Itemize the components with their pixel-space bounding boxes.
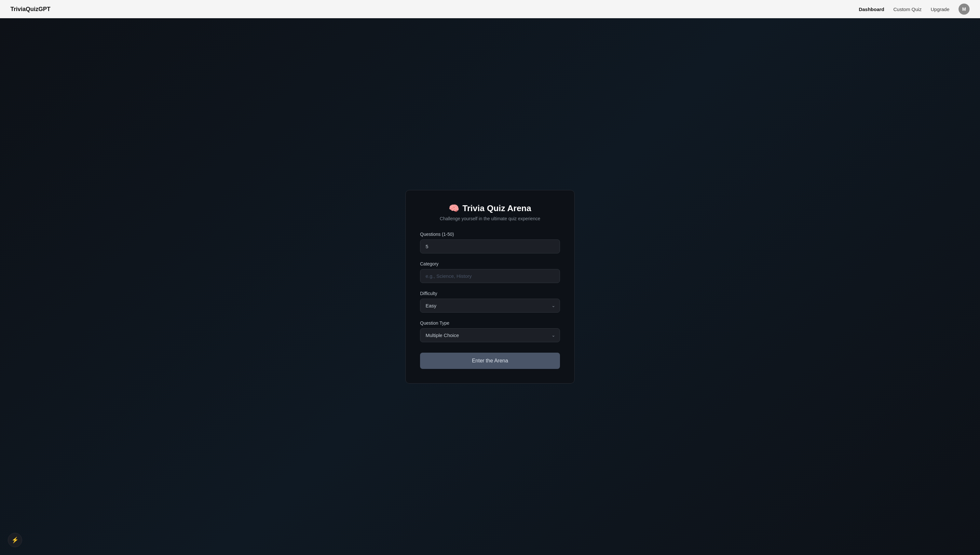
questions-group: Questions (1-50) [420,232,560,253]
card-title: Trivia Quiz Arena [462,203,531,213]
navbar: TriviaQuizGPT Dashboard Custom Quiz Upgr… [0,0,980,18]
questions-input[interactable] [420,239,560,253]
nav-custom-quiz[interactable]: Custom Quiz [893,6,922,12]
nav-upgrade[interactable]: Upgrade [930,6,950,12]
brain-icon: 🧠 [449,203,459,213]
main-content: 🧠 Trivia Quiz Arena Challenge yourself i… [0,18,980,555]
question-type-select[interactable]: Multiple Choice True / False Short Answe… [420,328,560,342]
brand-logo[interactable]: TriviaQuizGPT [10,6,50,13]
card-header: 🧠 Trivia Quiz Arena [420,203,560,213]
quiz-arena-card: 🧠 Trivia Quiz Arena Challenge yourself i… [406,190,574,383]
quiz-setup-form: Questions (1-50) Category Difficulty Eas… [420,232,560,369]
question-type-group: Question Type Multiple Choice True / Fal… [420,321,560,342]
difficulty-label: Difficulty [420,291,560,296]
question-type-select-wrapper: Multiple Choice True / False Short Answe… [420,328,560,342]
enter-arena-button[interactable]: Enter the Arena [420,353,560,369]
questions-label: Questions (1-50) [420,232,560,237]
navbar-right: Dashboard Custom Quiz Upgrade M [859,3,970,14]
difficulty-select[interactable]: Easy Medium Hard Expert [420,298,560,313]
category-label: Category [420,261,560,266]
avatar[interactable]: M [959,3,970,14]
floating-action-button[interactable]: ⚡ [8,533,22,547]
category-input[interactable] [420,269,560,283]
nav-dashboard[interactable]: Dashboard [859,6,884,12]
category-group: Category [420,261,560,283]
question-type-label: Question Type [420,321,560,326]
card-subtitle: Challenge yourself in the ultimate quiz … [420,216,560,221]
difficulty-group: Difficulty Easy Medium Hard Expert ⌄ [420,291,560,313]
lightning-icon: ⚡ [11,536,19,544]
difficulty-select-wrapper: Easy Medium Hard Expert ⌄ [420,298,560,313]
